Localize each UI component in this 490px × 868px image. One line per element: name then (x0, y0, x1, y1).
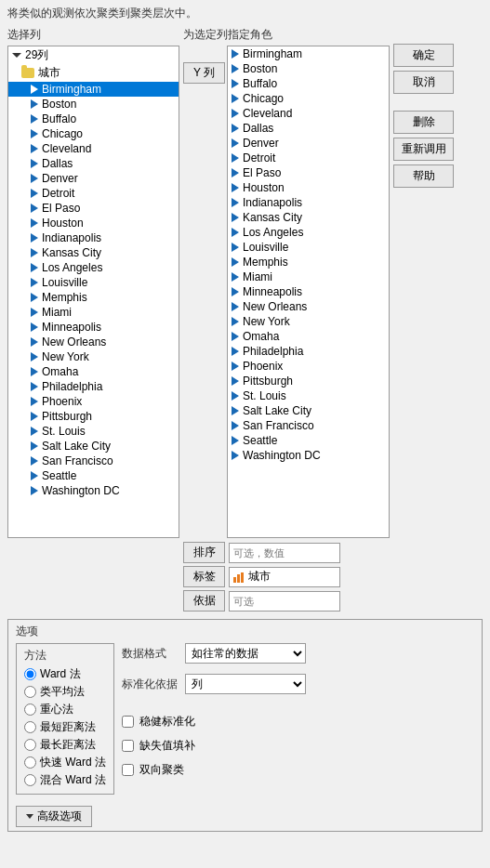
basis-button[interactable]: 依据 (183, 590, 225, 612)
tri-icon (31, 204, 38, 213)
list-item[interactable]: El Paso (228, 165, 389, 180)
list-item[interactable]: Memphis (8, 290, 179, 305)
method-ward-radio[interactable] (24, 668, 36, 680)
bar-chart-icon (233, 572, 245, 583)
basis-input[interactable] (229, 591, 340, 612)
data-format-select[interactable]: 如往常的数据 (185, 643, 306, 664)
list-item[interactable]: Minneapolis (8, 320, 179, 335)
list-item[interactable]: Buffalo (8, 112, 179, 126)
list-item[interactable]: Los Angeles (8, 260, 179, 275)
list-item[interactable]: Buffalo (228, 76, 389, 91)
list-item[interactable]: Los Angeles (228, 225, 389, 240)
list-item[interactable]: Dallas (8, 156, 179, 171)
list-item[interactable]: Cleveland (228, 106, 389, 121)
list-item[interactable]: Miami (8, 305, 179, 320)
list-item[interactable]: Boston (8, 97, 179, 112)
list-item[interactable]: El Paso (8, 201, 179, 216)
y-col-button[interactable]: Y 列 (183, 62, 225, 84)
normalize-select[interactable]: 列 (185, 674, 306, 694)
list-item[interactable]: Birmingham (8, 82, 179, 97)
list-item[interactable]: Kansas City (8, 245, 179, 260)
list-item[interactable]: San Francisco (8, 454, 179, 468)
method-longest-radio[interactable] (24, 739, 36, 751)
list-item[interactable]: Birmingham (228, 46, 389, 61)
list-item[interactable]: Washington DC (8, 483, 179, 498)
list-item[interactable]: Pittsburgh (228, 374, 389, 388)
format-normalize-section: 数据格式 如往常的数据 标准化依据 列 稳健标准化 (122, 643, 306, 781)
help-button[interactable]: 帮助 (393, 164, 454, 188)
list-item[interactable]: Boston (228, 61, 389, 76)
method-mixed-ward[interactable]: 混合 Ward 法 (24, 772, 106, 788)
reapply-button[interactable]: 重新调用 (393, 138, 454, 161)
bicluster-checkbox[interactable] (122, 764, 134, 776)
assign-panel-title: 为选定列指定角色 (183, 27, 272, 43)
delete-button[interactable]: 删除 (393, 111, 454, 134)
column-listbox[interactable]: 29列 城市 Birmingham Boston Buffalo Chicago… (7, 46, 179, 538)
list-item[interactable]: New Orleans (228, 299, 389, 314)
method-shortest[interactable]: 最短距离法 (24, 719, 106, 735)
list-item[interactable]: Indianapolis (8, 230, 179, 245)
list-item[interactable]: Seattle (228, 433, 389, 448)
list-item[interactable]: Houston (8, 216, 179, 230)
list-item[interactable]: Minneapolis (228, 284, 389, 299)
robust-normalize-checkbox[interactable] (122, 716, 134, 728)
list-item[interactable]: Detroit (228, 151, 389, 165)
list-item[interactable]: Chicago (8, 126, 179, 141)
tag-button[interactable]: 标签 (183, 566, 225, 587)
list-item[interactable]: Memphis (228, 255, 389, 270)
list-item[interactable]: Phoenix (228, 359, 389, 374)
list-item[interactable]: Denver (228, 136, 389, 151)
method-title: 方法 (24, 648, 106, 664)
sort-button[interactable]: 排序 (183, 542, 225, 563)
list-item[interactable]: Chicago (228, 91, 389, 106)
list-item[interactable]: Kansas City (228, 210, 389, 225)
list-item[interactable]: Louisville (228, 240, 389, 255)
list-item[interactable]: Salt Lake City (228, 403, 389, 418)
list-item[interactable]: Seattle (8, 468, 179, 483)
robust-normalize-row[interactable]: 稳健标准化 (122, 714, 306, 730)
list-item[interactable]: Phoenix (8, 394, 179, 409)
list-item[interactable]: Washington DC (228, 448, 389, 463)
list-item[interactable]: Omaha (8, 364, 179, 379)
bicluster-row[interactable]: 双向聚类 (122, 762, 306, 778)
list-item[interactable]: Louisville (8, 275, 179, 290)
advanced-options-button[interactable]: 高级选项 (16, 806, 92, 827)
list-item[interactable]: New York (228, 314, 389, 329)
list-item[interactable]: Denver (8, 171, 179, 186)
list-item[interactable]: Omaha (228, 329, 389, 344)
list-item[interactable]: St. Louis (228, 388, 389, 403)
list-item[interactable]: Houston (228, 180, 389, 195)
method-mixed-ward-radio[interactable] (24, 774, 36, 786)
missing-fill-checkbox[interactable] (122, 740, 134, 752)
list-item[interactable]: St. Louis (8, 424, 179, 439)
list-item[interactable]: Philadelphia (8, 379, 179, 394)
cancel-button[interactable]: 取消 (393, 71, 454, 94)
list-item[interactable]: New Orleans (8, 335, 179, 349)
city-name: Detroit (243, 151, 275, 164)
list-item[interactable]: Indianapolis (228, 195, 389, 210)
method-average-radio[interactable] (24, 686, 36, 698)
list-item[interactable]: Detroit (8, 186, 179, 201)
list-item[interactable]: San Francisco (228, 418, 389, 433)
method-shortest-radio[interactable] (24, 721, 36, 733)
missing-fill-row[interactable]: 缺失值填补 (122, 738, 306, 754)
sort-input[interactable] (229, 543, 340, 563)
tri-icon (31, 174, 38, 183)
method-fast-ward[interactable]: 快速 Ward 法 (24, 755, 106, 770)
method-centroid[interactable]: 重心法 (24, 702, 106, 717)
list-item[interactable]: New York (8, 349, 179, 364)
list-item[interactable]: Philadelphia (228, 344, 389, 359)
action-panel: 确定 取消 删除 重新调用 帮助 (393, 44, 454, 188)
list-item[interactable]: Miami (228, 270, 389, 284)
method-longest[interactable]: 最长距离法 (24, 737, 106, 753)
method-average[interactable]: 类平均法 (24, 684, 106, 700)
assign-listbox[interactable]: Birmingham Boston Buffalo Chicago Clevel… (227, 46, 390, 538)
confirm-button[interactable]: 确定 (393, 44, 454, 67)
list-item[interactable]: Dallas (228, 121, 389, 136)
method-centroid-radio[interactable] (24, 704, 36, 716)
list-item[interactable]: Salt Lake City (8, 439, 179, 454)
list-item[interactable]: Pittsburgh (8, 409, 179, 424)
list-item[interactable]: Cleveland (8, 141, 179, 156)
method-ward[interactable]: Ward 法 (24, 666, 106, 682)
method-fast-ward-radio[interactable] (24, 756, 36, 769)
